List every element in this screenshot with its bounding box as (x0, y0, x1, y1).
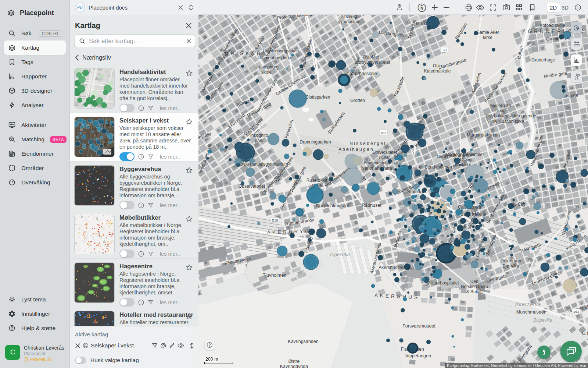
svg-text:Akerselva: Akerselva (515, 301, 541, 307)
svg-text:skole: skole (261, 70, 272, 75)
svg-text:i Oslo: i Oslo (379, 155, 391, 160)
svg-text:Kavringsanden: Kavringsanden (288, 339, 318, 344)
svg-text:A b e l h a u g e n: A b e l h a u g e n (338, 147, 373, 152)
svg-text:park: park (255, 138, 263, 143)
svg-text:& Ballett: & Ballett (466, 289, 483, 294)
svg-text:kirke: kirke (483, 35, 492, 40)
svg-text:skole: skole (487, 118, 498, 124)
svg-text:Oslo handelsgymnasium: Oslo handelsgymnasium (240, 162, 288, 167)
svg-text:Kristelig: Kristelig (341, 15, 357, 19)
svg-text:Oslo: Oslo (433, 63, 442, 68)
svg-text:Bjørvika: Bjørvika (502, 263, 519, 269)
svg-text:162: 162 (573, 309, 579, 314)
svg-text:G R: G R (582, 330, 588, 336)
svg-text:gymnasium: gymnasium (338, 19, 360, 24)
svg-text:Slottsparken: Slottsparken (306, 95, 330, 100)
svg-text:Dronningparken: Dronningparken (300, 139, 331, 145)
svg-text:162: 162 (380, 131, 386, 135)
svg-text:Grotten: Grotten (350, 98, 365, 103)
svg-text:Munchmuseet: Munchmuseet (516, 309, 545, 315)
svg-text:50: 50 (443, 48, 447, 52)
svg-text:Grünerhage: Grünerhage (531, 57, 555, 63)
svg-text:Vippetangen: Vippetangen (405, 353, 431, 358)
svg-text:Jacob kirke: Jacob kirke (502, 119, 524, 124)
svg-text:Tjuvholmen: Tjuvholmen (263, 273, 287, 278)
svg-text:Kavringdynga: Kavringdynga (280, 364, 308, 368)
svg-text:Gamle Aker: Gamle Aker (476, 30, 499, 35)
svg-text:Norske Opera: Norske Opera (461, 284, 488, 289)
svg-text:Ruseløkka: Ruseløkka (306, 178, 327, 183)
svg-text:A: A (362, 175, 366, 181)
svg-text:skole: skole (495, 108, 506, 113)
svg-text:Rådhuset: Rådhuset (362, 203, 381, 208)
svg-text:Uranienborg kirke: Uranienborg kirke (258, 55, 293, 60)
svg-text:Møllergata: Møllergata (490, 103, 511, 108)
svg-text:Elvebakken videregående: Elvebakken videregående (485, 113, 536, 118)
svg-text:Kofoed skole: Kofoed skole (539, 23, 565, 28)
svg-text:Katedralskole: Katedralskole (424, 68, 451, 74)
svg-text:Bispevika: Bispevika (533, 318, 552, 323)
svg-text:Pipervika: Pipervika (330, 252, 349, 257)
svg-text:E18: E18 (272, 218, 278, 222)
svg-text:Militærhospitalet: Militærhospitalet (427, 280, 459, 286)
svg-text:Nationaltheatret: Nationaltheatret (361, 166, 394, 171)
svg-text:N: N (420, 6, 423, 10)
svg-text:N i s s e b e r g e t: N i s s e b e r g e t (349, 141, 386, 146)
svg-text:Inkognito: Inkognito (250, 133, 268, 138)
svg-text:Deichman: Deichman (501, 258, 521, 263)
svg-text:Uranienborg: Uranienborg (254, 64, 279, 70)
svg-text:Margaretakyrkan: Margaretakyrkan (467, 132, 500, 138)
svg-text:Forsvarsmuseet: Forsvarsmuseet (402, 323, 435, 329)
svg-text:Nasjonalmuseet: Nasjonalmuseet (316, 203, 349, 208)
svg-text:OsloMet -: OsloMet - (363, 54, 382, 60)
svg-text:Den: Den (470, 279, 478, 284)
svg-text:Østre: Østre (288, 359, 300, 364)
